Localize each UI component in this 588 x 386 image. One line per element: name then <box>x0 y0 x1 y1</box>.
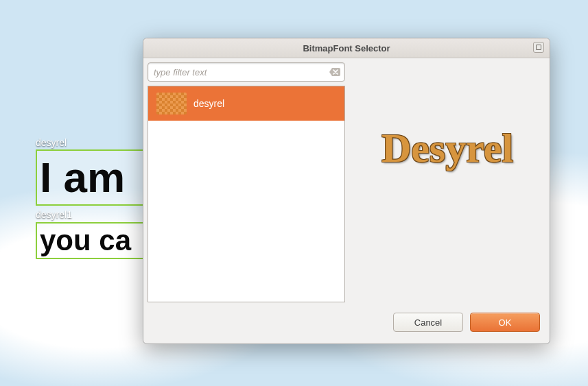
dialog-button-bar: Cancel OK <box>143 306 550 343</box>
list-item-label: desyrel <box>193 98 224 109</box>
maximize-button[interactable] <box>533 42 544 53</box>
editor-box-label: desyrel <box>36 137 67 148</box>
dialog-left-column: desyrel <box>148 62 345 302</box>
ok-button[interactable]: OK <box>470 313 540 332</box>
editor-box-label: desyrel1 <box>36 209 72 220</box>
cancel-button[interactable]: Cancel <box>393 313 463 332</box>
list-item[interactable]: desyrel <box>148 86 344 121</box>
dialog-title: BitmapFont Selector <box>303 43 390 53</box>
font-list[interactable]: desyrel <box>148 86 345 302</box>
font-thumbnail-icon <box>156 93 187 114</box>
bitmapfont-selector-dialog: BitmapFont Selector desyrel <box>143 38 550 344</box>
filter-input[interactable] <box>152 67 329 78</box>
dialog-body: desyrel Desyrel <box>143 58 550 306</box>
font-preview-text: Desyrel <box>381 125 513 172</box>
font-preview-pane: Desyrel <box>349 62 545 302</box>
filter-field-wrapper <box>148 62 345 82</box>
clear-filter-icon[interactable] <box>329 68 340 77</box>
dialog-titlebar[interactable]: BitmapFont Selector <box>143 38 550 58</box>
